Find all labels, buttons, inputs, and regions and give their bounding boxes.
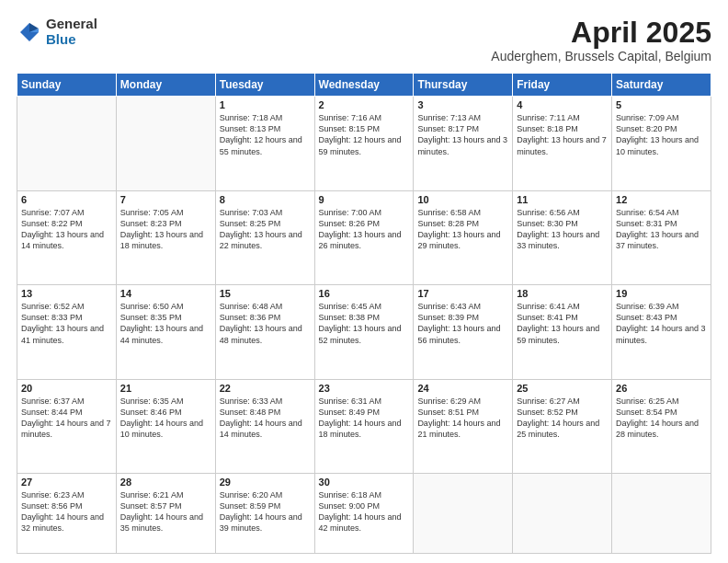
day-number: 15 — [220, 288, 311, 299]
day-info: Sunrise: 6:50 AM Sunset: 8:35 PM Dayligh… — [120, 301, 211, 346]
day-info: Sunrise: 6:54 AM Sunset: 8:31 PM Dayligh… — [616, 207, 707, 252]
day-number: 16 — [319, 288, 410, 299]
day-number: 14 — [120, 288, 211, 299]
day-number: 29 — [220, 477, 311, 488]
title-block: April 2025 Auderghem, Brussels Capital, … — [491, 17, 711, 63]
table-row: 5Sunrise: 7:09 AM Sunset: 8:20 PM Daylig… — [612, 97, 711, 190]
col-sunday: Sunday — [17, 74, 117, 97]
logo-text: General Blue — [46, 17, 97, 47]
col-friday: Friday — [513, 74, 612, 97]
table-row: 21Sunrise: 6:35 AM Sunset: 8:46 PM Dayli… — [116, 379, 215, 473]
col-wednesday: Wednesday — [314, 74, 414, 97]
day-info: Sunrise: 6:33 AM Sunset: 8:48 PM Dayligh… — [220, 396, 311, 441]
day-info: Sunrise: 6:23 AM Sunset: 8:56 PM Dayligh… — [21, 489, 112, 534]
day-info: Sunrise: 6:52 AM Sunset: 8:33 PM Dayligh… — [21, 301, 112, 346]
day-number: 3 — [417, 99, 508, 110]
day-info: Sunrise: 6:45 AM Sunset: 8:38 PM Dayligh… — [319, 301, 410, 346]
day-info: Sunrise: 6:39 AM Sunset: 8:43 PM Dayligh… — [616, 301, 707, 346]
day-info: Sunrise: 6:21 AM Sunset: 8:57 PM Dayligh… — [120, 489, 211, 534]
day-number: 21 — [120, 383, 211, 394]
day-info: Sunrise: 7:05 AM Sunset: 8:23 PM Dayligh… — [120, 207, 211, 252]
day-info: Sunrise: 6:37 AM Sunset: 8:44 PM Dayligh… — [21, 396, 112, 441]
table-row: 2Sunrise: 7:16 AM Sunset: 8:15 PM Daylig… — [314, 97, 414, 190]
table-row — [513, 474, 612, 554]
table-row: 29Sunrise: 6:20 AM Sunset: 8:59 PM Dayli… — [215, 474, 314, 554]
day-number: 6 — [21, 194, 112, 205]
col-thursday: Thursday — [414, 74, 513, 97]
day-info: Sunrise: 7:00 AM Sunset: 8:26 PM Dayligh… — [319, 207, 410, 252]
day-number: 25 — [517, 383, 608, 394]
table-row — [612, 474, 711, 554]
table-row: 14Sunrise: 6:50 AM Sunset: 8:35 PM Dayli… — [116, 285, 215, 379]
day-info: Sunrise: 6:25 AM Sunset: 8:54 PM Dayligh… — [616, 396, 707, 441]
col-monday: Monday — [116, 74, 215, 97]
table-row: 7Sunrise: 7:05 AM Sunset: 8:23 PM Daylig… — [116, 190, 215, 284]
day-info: Sunrise: 7:18 AM Sunset: 8:13 PM Dayligh… — [220, 112, 311, 157]
day-info: Sunrise: 7:13 AM Sunset: 8:17 PM Dayligh… — [417, 112, 508, 157]
table-row: 15Sunrise: 6:48 AM Sunset: 8:36 PM Dayli… — [215, 285, 314, 379]
day-number: 23 — [319, 383, 410, 394]
page: General Blue April 2025 Auderghem, Bruss… — [0, 0, 728, 563]
day-info: Sunrise: 6:35 AM Sunset: 8:46 PM Dayligh… — [120, 396, 211, 441]
day-number: 12 — [616, 194, 707, 205]
day-number: 24 — [417, 383, 508, 394]
day-info: Sunrise: 6:48 AM Sunset: 8:36 PM Dayligh… — [220, 301, 311, 346]
col-tuesday: Tuesday — [215, 74, 314, 97]
day-info: Sunrise: 6:20 AM Sunset: 8:59 PM Dayligh… — [220, 489, 311, 534]
table-row: 18Sunrise: 6:41 AM Sunset: 8:41 PM Dayli… — [513, 285, 612, 379]
table-row: 25Sunrise: 6:27 AM Sunset: 8:52 PM Dayli… — [513, 379, 612, 473]
table-row: 4Sunrise: 7:11 AM Sunset: 8:18 PM Daylig… — [513, 97, 612, 190]
table-row: 10Sunrise: 6:58 AM Sunset: 8:28 PM Dayli… — [414, 190, 513, 284]
table-row: 30Sunrise: 6:18 AM Sunset: 9:00 PM Dayli… — [314, 474, 414, 554]
day-info: Sunrise: 7:07 AM Sunset: 8:22 PM Dayligh… — [21, 207, 112, 252]
table-row: 20Sunrise: 6:37 AM Sunset: 8:44 PM Dayli… — [17, 379, 117, 473]
table-row: 23Sunrise: 6:31 AM Sunset: 8:49 PM Dayli… — [314, 379, 414, 473]
day-info: Sunrise: 7:09 AM Sunset: 8:20 PM Dayligh… — [616, 112, 707, 157]
day-number: 10 — [417, 194, 508, 205]
logo: General Blue — [17, 17, 97, 47]
calendar-subtitle: Auderghem, Brussels Capital, Belgium — [491, 49, 711, 63]
day-number: 8 — [220, 194, 311, 205]
day-number: 4 — [517, 99, 608, 110]
day-info: Sunrise: 7:03 AM Sunset: 8:25 PM Dayligh… — [220, 207, 311, 252]
day-info: Sunrise: 7:16 AM Sunset: 8:15 PM Dayligh… — [319, 112, 410, 157]
table-row: 19Sunrise: 6:39 AM Sunset: 8:43 PM Dayli… — [612, 285, 711, 379]
table-row: 1Sunrise: 7:18 AM Sunset: 8:13 PM Daylig… — [215, 97, 314, 190]
logo-icon — [17, 19, 42, 45]
table-row: 9Sunrise: 7:00 AM Sunset: 8:26 PM Daylig… — [314, 190, 414, 284]
day-number: 5 — [616, 99, 707, 110]
day-number: 7 — [120, 194, 211, 205]
day-info: Sunrise: 6:43 AM Sunset: 8:39 PM Dayligh… — [417, 301, 508, 346]
day-number: 30 — [319, 477, 410, 488]
day-number: 26 — [616, 383, 707, 394]
day-info: Sunrise: 6:29 AM Sunset: 8:51 PM Dayligh… — [417, 396, 508, 441]
day-number: 27 — [21, 477, 112, 488]
table-row: 16Sunrise: 6:45 AM Sunset: 8:38 PM Dayli… — [314, 285, 414, 379]
day-number: 13 — [21, 288, 112, 299]
table-row: 6Sunrise: 7:07 AM Sunset: 8:22 PM Daylig… — [17, 190, 117, 284]
table-row — [116, 97, 215, 190]
calendar-title: April 2025 — [491, 17, 711, 49]
day-number: 18 — [517, 288, 608, 299]
table-row: 27Sunrise: 6:23 AM Sunset: 8:56 PM Dayli… — [17, 474, 117, 554]
table-row: 11Sunrise: 6:56 AM Sunset: 8:30 PM Dayli… — [513, 190, 612, 284]
day-number: 20 — [21, 383, 112, 394]
table-row — [414, 474, 513, 554]
table-row — [17, 97, 117, 190]
day-number: 1 — [220, 99, 311, 110]
table-row: 12Sunrise: 6:54 AM Sunset: 8:31 PM Dayli… — [612, 190, 711, 284]
day-info: Sunrise: 6:58 AM Sunset: 8:28 PM Dayligh… — [417, 207, 508, 252]
day-info: Sunrise: 6:31 AM Sunset: 8:49 PM Dayligh… — [319, 396, 410, 441]
day-info: Sunrise: 6:27 AM Sunset: 8:52 PM Dayligh… — [517, 396, 608, 441]
day-info: Sunrise: 6:41 AM Sunset: 8:41 PM Dayligh… — [517, 301, 608, 346]
day-number: 9 — [319, 194, 410, 205]
calendar-table: Sunday Monday Tuesday Wednesday Thursday… — [17, 73, 711, 554]
table-row: 26Sunrise: 6:25 AM Sunset: 8:54 PM Dayli… — [612, 379, 711, 473]
table-row: 3Sunrise: 7:13 AM Sunset: 8:17 PM Daylig… — [414, 97, 513, 190]
table-row: 24Sunrise: 6:29 AM Sunset: 8:51 PM Dayli… — [414, 379, 513, 473]
logo-blue-text: Blue — [46, 32, 97, 48]
day-number: 22 — [220, 383, 311, 394]
day-number: 19 — [616, 288, 707, 299]
day-info: Sunrise: 6:18 AM Sunset: 9:00 PM Dayligh… — [319, 489, 410, 534]
table-row: 22Sunrise: 6:33 AM Sunset: 8:48 PM Dayli… — [215, 379, 314, 473]
